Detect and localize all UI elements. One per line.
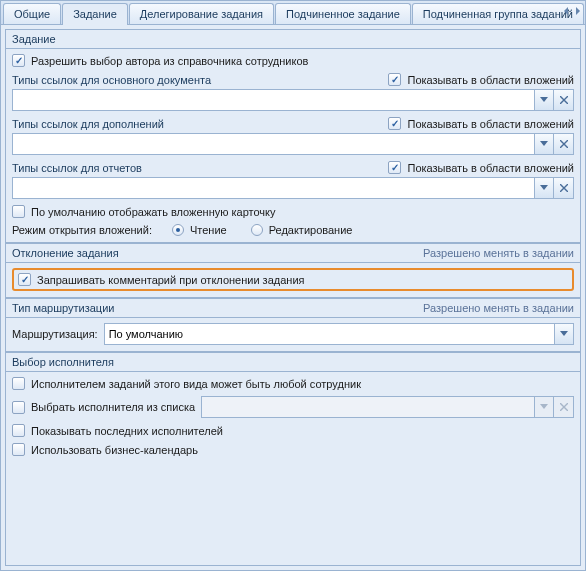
tab-strip: Общие Задание Делегирование задания Подч… <box>1 1 585 25</box>
tab-scroll <box>561 4 583 18</box>
label-show-att-main: Показывать в области вложений <box>407 74 574 86</box>
tab-subgroup[interactable]: Подчиненная группа заданий <box>412 3 584 24</box>
close-icon <box>560 403 568 411</box>
checkbox-show-att-main[interactable] <box>388 73 401 86</box>
close-icon <box>560 184 568 192</box>
checkbox-show-recent[interactable] <box>12 424 25 437</box>
label-link-types-extra: Типы ссылок для дополнений <box>12 118 164 130</box>
label-use-calendar: Использовать бизнес-календарь <box>31 444 198 456</box>
section-routing-hint: Разрешено менять в задании <box>423 302 574 314</box>
field-link-types-reports: Типы ссылок для отчетов Показывать в обл… <box>12 161 574 199</box>
section-assignee-title: Выбор исполнителя <box>12 356 114 368</box>
tab-delegation[interactable]: Делегирование задания <box>129 3 274 24</box>
dropdown-routing[interactable] <box>554 323 574 345</box>
section-assignee-content: Исполнителем заданий этого вида может бы… <box>6 372 580 565</box>
dropdown-link-types-reports[interactable] <box>534 177 554 199</box>
dropdown-link-types-extra[interactable] <box>534 133 554 155</box>
dropdown-assignee-list <box>534 396 554 418</box>
label-routing: Маршрутизация: <box>12 328 98 340</box>
label-any-employee: Исполнителем заданий этого вида может бы… <box>31 378 361 390</box>
section-task-content: Разрешить выбор автора из справочника со… <box>6 49 580 243</box>
tab-scroll-left-icon[interactable] <box>561 4 571 18</box>
section-routing-content: Маршрутизация: <box>6 318 580 352</box>
clear-link-types-main[interactable] <box>554 89 574 111</box>
checkbox-show-nested-card[interactable] <box>12 205 25 218</box>
tab-subtask[interactable]: Подчиненное задание <box>275 3 411 24</box>
radio-open-mode-read[interactable] <box>172 224 184 236</box>
label-show-att-extra: Показывать в области вложений <box>407 118 574 130</box>
close-icon <box>560 140 568 148</box>
label-from-list: Выбрать исполнителя из списка <box>31 401 195 413</box>
checkbox-from-list[interactable] <box>12 401 25 414</box>
close-icon <box>560 96 568 104</box>
tab-scroll-right-icon[interactable] <box>573 4 583 18</box>
checkbox-show-att-reports[interactable] <box>388 161 401 174</box>
chevron-down-icon <box>540 141 548 147</box>
label-open-mode-read: Чтение <box>190 224 227 236</box>
highlight-ask-comment: Запрашивать комментарий при отклонении з… <box>12 268 574 291</box>
radio-open-mode-edit[interactable] <box>251 224 263 236</box>
label-open-mode: Режим открытия вложений: <box>12 224 152 236</box>
tab-general[interactable]: Общие <box>3 3 61 24</box>
chevron-down-icon <box>540 97 548 103</box>
checkbox-any-employee[interactable] <box>12 377 25 390</box>
label-show-att-reports: Показывать в области вложений <box>407 162 574 174</box>
label-link-types-main: Типы ссылок для основного документа <box>12 74 211 86</box>
checkbox-ask-comment[interactable] <box>18 273 31 286</box>
chevron-down-icon <box>560 331 568 337</box>
checkbox-use-calendar[interactable] <box>12 443 25 456</box>
label-allow-author: Разрешить выбор автора из справочника со… <box>31 55 308 67</box>
section-decline-content: Запрашивать комментарий при отклонении з… <box>6 263 580 298</box>
chevron-down-icon <box>540 185 548 191</box>
clear-link-types-extra[interactable] <box>554 133 574 155</box>
section-decline-header: Отклонение задания Разрешено менять в за… <box>6 243 580 263</box>
clear-assignee-list <box>554 396 574 418</box>
section-routing-header: Тип маршрутизации Разрешено менять в зад… <box>6 298 580 318</box>
tab-task[interactable]: Задание <box>62 3 128 25</box>
dropdown-link-types-main[interactable] <box>534 89 554 111</box>
label-ask-comment: Запрашивать комментарий при отклонении з… <box>37 274 304 286</box>
input-assignee-list <box>201 396 534 418</box>
input-link-types-extra[interactable] <box>12 133 534 155</box>
section-task-title: Задание <box>12 33 56 45</box>
body-panel: Задание Разрешить выбор автора из справо… <box>5 29 581 566</box>
input-link-types-reports[interactable] <box>12 177 534 199</box>
checkbox-allow-author[interactable] <box>12 54 25 67</box>
label-show-recent: Показывать последних исполнителей <box>31 425 223 437</box>
section-task-header: Задание <box>6 30 580 49</box>
label-show-nested-card: По умолчанию отображать вложенную карточ… <box>31 206 276 218</box>
root-panel: Общие Задание Делегирование задания Подч… <box>0 0 586 571</box>
input-link-types-main[interactable] <box>12 89 534 111</box>
checkbox-show-att-extra[interactable] <box>388 117 401 130</box>
label-open-mode-edit: Редактирование <box>269 224 353 236</box>
clear-link-types-reports[interactable] <box>554 177 574 199</box>
field-link-types-extra: Типы ссылок для дополнений Показывать в … <box>12 117 574 155</box>
chevron-down-icon <box>540 404 548 410</box>
label-link-types-reports: Типы ссылок для отчетов <box>12 162 142 174</box>
section-routing-title: Тип маршрутизации <box>12 302 114 314</box>
field-link-types-main: Типы ссылок для основного документа Пока… <box>12 73 574 111</box>
section-decline-title: Отклонение задания <box>12 247 119 259</box>
input-routing[interactable] <box>104 323 554 345</box>
section-assignee-header: Выбор исполнителя <box>6 352 580 372</box>
section-decline-hint: Разрешено менять в задании <box>423 247 574 259</box>
